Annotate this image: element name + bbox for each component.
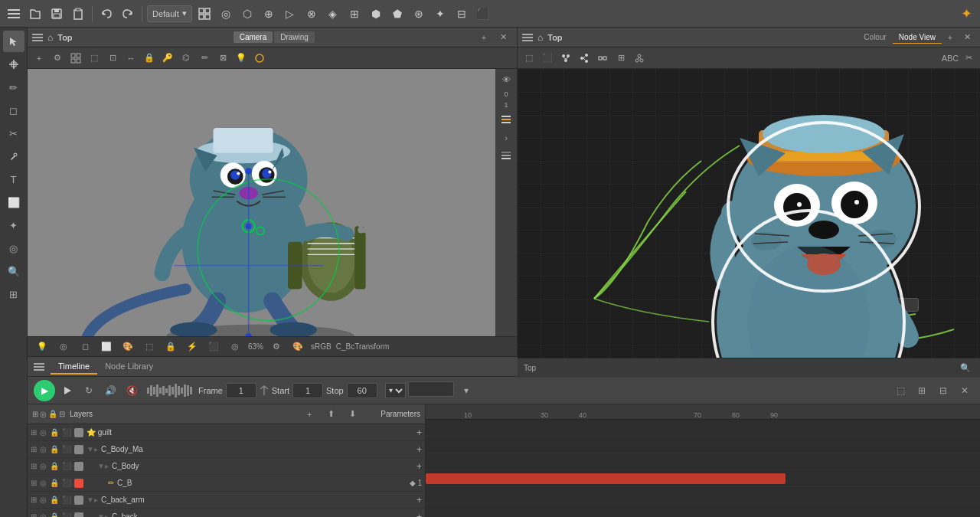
settings-footer-icon[interactable]: ⚙ — [268, 339, 285, 355]
tool-10[interactable]: ⊛ — [410, 5, 428, 23]
grid-tool[interactable]: ⊞ — [3, 283, 24, 305]
timeline-tab[interactable]: Timeline — [51, 359, 97, 375]
paint-tool[interactable] — [3, 146, 24, 167]
layer-row-guilt[interactable]: ⊞ ◎ 🔒 ⬛ ⭐ guilt + — [28, 424, 425, 441]
vt-key[interactable]: 🔑 — [159, 51, 176, 66]
tool-13[interactable]: ⬛ — [474, 5, 492, 23]
node-view-tab[interactable]: Node View — [893, 31, 942, 44]
sound-button[interactable]: 🔊 — [101, 381, 119, 400]
nv-btn-5[interactable] — [594, 51, 611, 66]
tool-3[interactable]: ⊕ — [260, 5, 278, 23]
footer-flash-icon[interactable]: ⚡ — [184, 339, 201, 355]
vt-light[interactable]: 💡 — [233, 51, 250, 66]
rv-menu-icon[interactable] — [522, 34, 533, 41]
footer-circle-icon[interactable]: ◎ — [55, 339, 72, 355]
layer-row-cb[interactable]: ⊞ ◎ 🔒 ⬛ ✏ C_B ◆ 1 — [28, 475, 425, 492]
zoom-tool[interactable]: 🔍 — [3, 260, 24, 282]
draw-tool[interactable]: ✏ — [3, 77, 24, 98]
select-tool[interactable] — [3, 31, 24, 52]
tool-12[interactable]: ⊟ — [452, 5, 471, 23]
close-viewport-icon[interactable]: ✕ — [495, 30, 512, 45]
nv-btn-3[interactable] — [557, 51, 574, 66]
layer-row-cbodyma[interactable]: ⊞ ◎ 🔒 ⬛ ▼▸ C_Body_Ma + — [28, 441, 425, 458]
nv-btn-2[interactable]: ⬛ — [539, 51, 556, 66]
footer-light-icon[interactable]: 💡 — [34, 339, 51, 355]
tool-7[interactable]: ⊞ — [345, 5, 364, 23]
nv-scissors-icon[interactable]: ✂ — [960, 51, 977, 66]
footer-extra-icon[interactable]: ◎ — [227, 339, 243, 355]
nv-abc-icon[interactable]: ABC — [942, 51, 959, 66]
footer-lock-icon[interactable]: 🔒 — [162, 339, 179, 355]
layer-arrows-icon[interactable]: ⬆ — [322, 407, 339, 422]
footer-paint-icon[interactable]: 🎨 — [119, 339, 136, 355]
tl-rt-2[interactable]: ⊞ — [913, 381, 931, 400]
layers-icon[interactable] — [498, 112, 514, 127]
eraser-tool[interactable]: ◻ — [3, 100, 24, 121]
save-icon[interactable] — [47, 5, 66, 23]
nv-btn-1[interactable]: ⬚ — [521, 51, 537, 66]
transform-tool[interactable] — [3, 54, 24, 75]
frame-input[interactable] — [226, 383, 256, 398]
panel-menu-icon[interactable] — [34, 363, 44, 371]
tl-dropdown-1[interactable]: ▾ — [387, 381, 405, 400]
text-tool[interactable]: T — [3, 169, 24, 190]
vt-grid[interactable] — [67, 51, 84, 66]
colour-tab[interactable]: Colour — [858, 31, 892, 43]
layer-down-icon[interactable]: ⬇ — [344, 407, 361, 422]
tl-rt-3[interactable]: ⊟ — [934, 381, 952, 400]
tool-1[interactable]: ◎ — [217, 5, 235, 23]
tool-2[interactable]: ⬡ — [238, 5, 256, 23]
open-file-icon[interactable] — [26, 5, 44, 23]
vt-overlay[interactable]: ⬚ — [86, 51, 103, 66]
node-library-tab[interactable]: Node Library — [97, 359, 161, 375]
vt-display[interactable]: ⊡ — [104, 51, 121, 66]
tool-8[interactable]: ⬢ — [367, 5, 385, 23]
tool-5[interactable]: ⊗ — [302, 5, 321, 23]
clipboard-icon[interactable] — [69, 5, 87, 23]
start-input[interactable] — [292, 383, 323, 398]
nv-btn-6[interactable]: ⊞ — [612, 51, 629, 66]
layer-add-guilt[interactable]: + — [416, 427, 422, 438]
footer-render-icon[interactable]: ⬜ — [98, 339, 115, 355]
tool-6[interactable]: ◈ — [324, 5, 342, 23]
tool-11[interactable]: ✦ — [431, 5, 449, 23]
stop-input[interactable] — [347, 383, 377, 398]
red-keyframe-bar[interactable] — [426, 473, 786, 484]
camera-tab[interactable]: Camera — [234, 31, 273, 43]
nv-btn-7[interactable] — [631, 51, 648, 66]
loop-button[interactable]: ↻ — [80, 381, 98, 400]
rect-tool[interactable]: ⬜ — [3, 191, 24, 213]
workspace-dropdown[interactable]: Default ▾ — [147, 5, 192, 22]
layer-row-cbody[interactable]: ⊞ ◎ 🔒 ⬛ ▼▸ C_Body + — [28, 458, 425, 475]
layer-add-cbodyma[interactable]: + — [416, 444, 422, 455]
undo-icon[interactable] — [97, 5, 116, 23]
harmony-icon[interactable]: ✦ — [957, 5, 975, 23]
vt-settings[interactable]: ⚙ — [49, 51, 66, 66]
tool-4[interactable]: ▷ — [281, 5, 299, 23]
node-view-canvas[interactable]: ⊞⊞⊞ — [518, 69, 980, 358]
layer-add-cback[interactable]: + — [416, 512, 422, 518]
vt-pencil[interactable]: ✏ — [196, 51, 213, 66]
cut-tool[interactable]: ✂ — [3, 123, 24, 144]
record-button[interactable] — [58, 381, 77, 400]
vt-arrows[interactable]: ↔ — [122, 51, 139, 66]
nv-btn-4[interactable] — [576, 51, 593, 66]
footer-rect-icon[interactable]: ◻ — [77, 339, 93, 355]
rv-search-icon[interactable]: 🔍 — [957, 361, 974, 376]
viewport-menu-icon[interactable] — [32, 34, 43, 41]
layer-row-cback[interactable]: ⊞ ◎ 🔒 ⬛ ▼▸ C_back_ + — [28, 509, 425, 517]
palette-footer-icon[interactable]: 🎨 — [289, 339, 306, 355]
tl-rt-1[interactable]: ⬚ — [891, 381, 910, 400]
vt-plus[interactable]: + — [31, 51, 47, 66]
drawing-tab[interactable]: Drawing — [274, 31, 315, 43]
footer-col-icon[interactable]: ⬛ — [205, 339, 222, 355]
vt-dots[interactable]: ⊠ — [214, 51, 231, 66]
footer-mask-icon[interactable]: ⬚ — [141, 339, 158, 355]
redo-icon[interactable] — [119, 5, 137, 23]
tool-9[interactable]: ⬟ — [388, 5, 407, 23]
workspace-icon[interactable] — [195, 5, 214, 23]
layers-stack-icon[interactable] — [498, 149, 514, 164]
tl-dropdown-2[interactable]: ▾ — [457, 381, 475, 400]
add-viewport-icon[interactable]: + — [475, 30, 492, 45]
mute-button[interactable]: 🔇 — [122, 381, 141, 400]
